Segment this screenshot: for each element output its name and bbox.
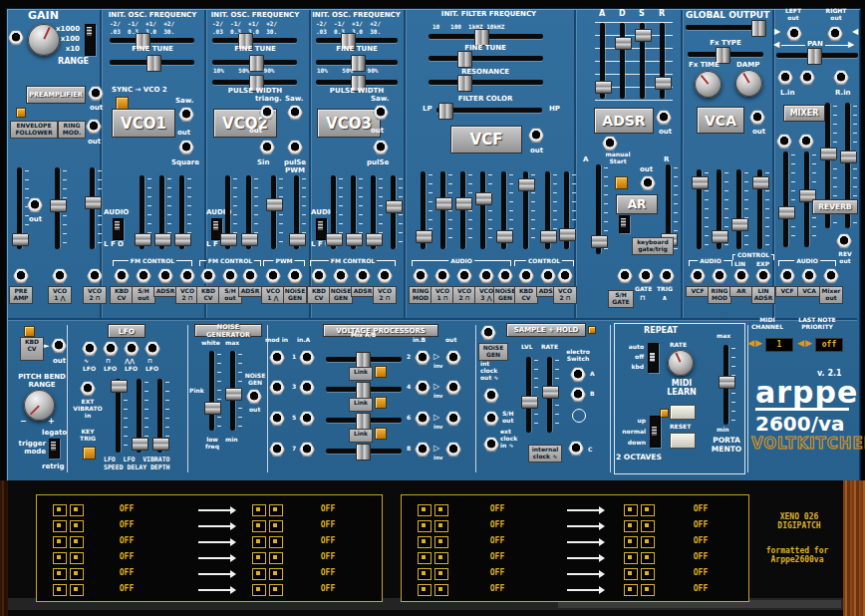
patch-toggle[interactable]: [252, 584, 266, 596]
noise-gen-jack[interactable]: [497, 268, 513, 284]
patch-toggle[interactable]: [624, 584, 638, 596]
thumb[interactable]: [366, 233, 383, 246]
vcf-finetune-slider[interactable]: [429, 56, 543, 61]
vco1-finetune-slider[interactable]: [110, 60, 194, 65]
thumb[interactable]: [615, 37, 632, 50]
kbd-cv-jack[interactable]: [114, 268, 130, 284]
vco3-slider-2[interactable]: [351, 175, 356, 249]
vca-control-slider-2[interactable]: [757, 169, 762, 249]
repeat-rate-knob[interactable]: [668, 350, 694, 376]
patch-dest[interactable]: OFF: [308, 520, 348, 529]
fx-type-slider[interactable]: [688, 52, 763, 57]
vcf-freq-slider[interactable]: [429, 34, 543, 39]
patch-dest[interactable]: OFF: [308, 552, 348, 561]
patch-toggle[interactable]: [641, 552, 655, 564]
decay-slider[interactable]: [620, 23, 625, 99]
mix-slider-1[interactable]: [783, 152, 788, 247]
vco1-jack[interactable]: [265, 268, 281, 284]
sustain-slider[interactable]: [640, 23, 645, 99]
vcf-audio-slider-5[interactable]: [501, 171, 506, 249]
switch-handle[interactable]: [650, 353, 655, 362]
patch-dest[interactable]: OFF: [308, 584, 348, 593]
vco3-jack[interactable]: [478, 268, 494, 284]
vco1-slider-2[interactable]: [159, 175, 164, 249]
patch-toggle[interactable]: [70, 520, 84, 532]
thumb[interactable]: [635, 29, 652, 42]
thumb[interactable]: [435, 197, 452, 210]
vca-control-slider-1[interactable]: [736, 169, 741, 249]
thumb[interactable]: [85, 196, 102, 209]
patch-toggle[interactable]: [418, 504, 432, 516]
thumb[interactable]: [559, 228, 576, 241]
vco2-jack[interactable]: [377, 268, 393, 284]
vcf-audio-slider-2[interactable]: [440, 171, 445, 249]
switch-handle[interactable]: [87, 27, 92, 36]
vco1-freq-slider[interactable]: [110, 38, 194, 43]
patch-toggle[interactable]: [53, 568, 67, 580]
sh-rate-slider[interactable]: [547, 357, 552, 433]
thumb[interactable]: [751, 20, 766, 37]
thumb[interactable]: [542, 386, 559, 399]
vco2-jack[interactable]: [456, 268, 472, 284]
ar-switch[interactable]: [619, 215, 630, 233]
patch-toggle[interactable]: [624, 552, 638, 564]
thumb[interactable]: [438, 103, 453, 120]
kbd-cv-jack[interactable]: [200, 268, 216, 284]
thumb[interactable]: [595, 81, 612, 94]
mixer-out-jack[interactable]: [823, 268, 839, 284]
patch-dest[interactable]: OFF: [308, 536, 348, 545]
vcf-resonance-slider[interactable]: [429, 80, 543, 85]
patch-toggle[interactable]: [269, 536, 283, 548]
link-button[interactable]: [375, 366, 387, 378]
manual-start-button[interactable]: [615, 176, 628, 189]
thumb[interactable]: [807, 48, 822, 65]
switch-handle[interactable]: [115, 221, 120, 230]
vcf-control-slider-3[interactable]: [564, 171, 569, 249]
vco3-freq-slider[interactable]: [316, 38, 398, 43]
octave-switch[interactable]: [650, 416, 661, 448]
patch-dest[interactable]: OFF: [681, 536, 721, 545]
thumb[interactable]: [154, 233, 171, 246]
vp-mix-slider-1[interactable]: [326, 357, 402, 362]
patch-toggle[interactable]: [70, 536, 84, 548]
patch-toggle[interactable]: [624, 520, 638, 532]
patch-toggle[interactable]: [269, 568, 283, 580]
patch-dest[interactable]: OFF: [681, 584, 721, 593]
thumb[interactable]: [457, 51, 472, 68]
vco1-jack[interactable]: [434, 268, 450, 284]
thumb[interactable]: [50, 199, 67, 212]
noise-level-slider[interactable]: [230, 351, 235, 431]
adsr-jack[interactable]: [157, 268, 173, 284]
thumb[interactable]: [225, 388, 242, 401]
patch-toggle[interactable]: [434, 520, 448, 532]
vco2-slider-4[interactable]: [294, 175, 299, 249]
fx-time-knob[interactable]: [695, 71, 721, 98]
thumb[interactable]: [521, 396, 538, 409]
patch-toggle[interactable]: [252, 520, 266, 532]
patch-source[interactable]: OFF: [477, 568, 517, 577]
vco1-jack[interactable]: [52, 268, 68, 284]
thumb[interactable]: [326, 233, 343, 246]
thumb[interactable]: [719, 376, 735, 389]
patch-dest[interactable]: OFF: [308, 568, 348, 577]
thumb[interactable]: [356, 444, 371, 461]
thumb[interactable]: [455, 197, 472, 210]
patch-toggle[interactable]: [624, 504, 638, 516]
ring-mod-jack[interactable]: [413, 268, 429, 284]
sh-out-jack[interactable]: [136, 268, 151, 284]
patch-toggle[interactable]: [418, 536, 432, 548]
vco2-jack[interactable]: [557, 268, 573, 284]
thumb[interactable]: [518, 178, 535, 191]
patch-toggle[interactable]: [53, 536, 67, 548]
vco3-pw-slider[interactable]: [316, 80, 398, 85]
trigger-mode-switch[interactable]: [49, 439, 60, 459]
vco1-audio-lfo-switch[interactable]: [113, 218, 124, 240]
patch-toggle[interactable]: [434, 504, 448, 516]
patch-toggle[interactable]: [53, 552, 67, 564]
portamento-slider[interactable]: [723, 345, 728, 425]
preamp-level-slider[interactable]: [17, 167, 22, 249]
patch-toggle[interactable]: [252, 504, 266, 516]
sh-out-jack[interactable]: [222, 268, 238, 284]
patch-source[interactable]: OFF: [477, 504, 517, 513]
thumb[interactable]: [356, 382, 371, 399]
